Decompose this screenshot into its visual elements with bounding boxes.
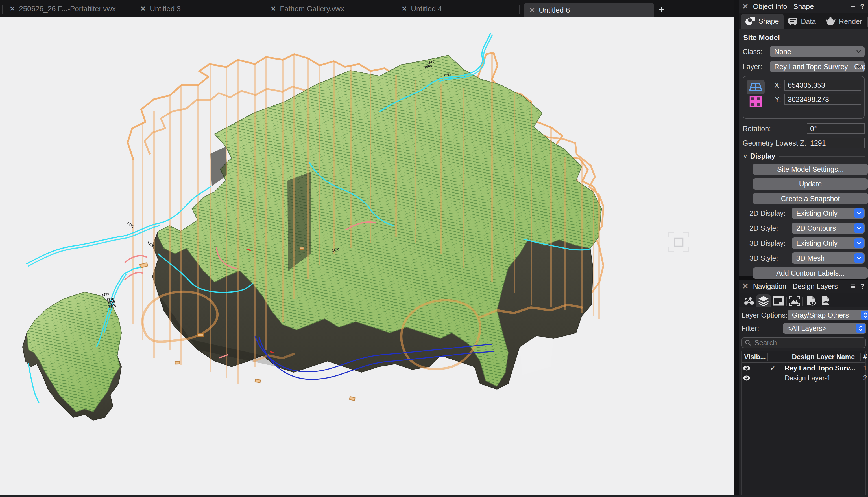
close-icon[interactable]: ✕ [529, 6, 535, 14]
grid-mode-button[interactable] [747, 95, 764, 109]
references-icon[interactable] [818, 295, 833, 308]
x-coordinate-field[interactable]: 654305.353 [784, 80, 861, 90]
saved-views-icon[interactable] [804, 295, 818, 308]
visibility-toggle[interactable] [742, 365, 751, 371]
dropdown-button[interactable] [854, 209, 864, 218]
layer-label: Layer: [743, 62, 766, 71]
geometry-lowest-z-label: Geometry Lowest Z: [743, 139, 806, 147]
class-label: Class: [743, 48, 766, 56]
tab-separator [396, 4, 396, 14]
new-tab-button[interactable]: + [659, 4, 664, 15]
plan-view-mode-button[interactable] [747, 80, 764, 95]
site-model-settings-button[interactable]: Site Model Settings... [753, 164, 868, 175]
tab-label: Render [839, 17, 862, 26]
tab-label: Untitled 4 [411, 4, 442, 13]
close-icon[interactable]: ✕ [271, 5, 276, 13]
2d-style-dropdown[interactable]: 2D Contours [792, 223, 865, 234]
2d-display-dropdown[interactable]: Existing Only [792, 208, 865, 219]
dropdown-button[interactable] [854, 253, 864, 263]
section-rule [779, 156, 865, 157]
menu-icon[interactable]: ≡ [851, 282, 856, 291]
update-button[interactable]: Update [753, 178, 868, 189]
vectorworks-window: ✕ 250626_26 F...-Portafilter.vwx ✕ Untit… [0, 0, 868, 497]
column-line [751, 363, 752, 495]
layer-row-topo-survey[interactable]: ✓ Rey Land Topo Surv... 1 [742, 363, 866, 373]
design-layers-icon[interactable] [756, 295, 771, 308]
collapse-chevron-icon: ∨ [743, 154, 747, 159]
viewports-icon[interactable] [787, 295, 802, 308]
help-icon[interactable]: ? [860, 282, 865, 291]
3d-style-label: 3D Style: [749, 254, 778, 262]
stepper-icon[interactable] [856, 324, 866, 333]
search-input[interactable]: Search [742, 337, 866, 348]
2d-display-value: Existing Only [796, 209, 838, 217]
geometry-lowest-z-field[interactable]: 1291 [807, 138, 865, 148]
create-snapshot-button[interactable]: Create a Snapshot [753, 193, 868, 204]
tab-render[interactable]: Render [822, 14, 867, 29]
close-icon[interactable]: ✕ [742, 2, 748, 11]
chevron-up-down-icon [864, 312, 867, 318]
selection-cursor [669, 232, 688, 252]
class-value: None [774, 48, 791, 56]
dropdown-button[interactable] [854, 223, 864, 233]
panel-divider[interactable] [734, 0, 739, 497]
tab-label: Shape [758, 17, 779, 25]
rotation-field[interactable]: 0° [807, 123, 865, 134]
svg-text:1375: 1375 [101, 292, 110, 297]
help-icon[interactable]: ? [860, 2, 865, 11]
tab-shape[interactable]: Shape [741, 14, 784, 29]
class-dropdown[interactable]: None [770, 46, 865, 57]
shape-icon [745, 16, 756, 26]
tab-fathom-gallery[interactable]: ✕ Fathom Gallery.vwx [268, 0, 347, 17]
x-value: 654305.353 [788, 81, 825, 89]
visibility-toggle[interactable] [742, 375, 751, 381]
data-icon [788, 17, 798, 26]
3d-display-dropdown[interactable]: Existing Only [792, 238, 865, 249]
3d-style-dropdown[interactable]: 3D Mesh [792, 253, 865, 264]
search-placeholder: Search [755, 339, 777, 347]
document-tabbar: ✕ 250626_26 F...-Portafilter.vwx ✕ Untit… [0, 0, 739, 17]
classes-icon[interactable] [742, 295, 756, 308]
tab-label: Fathom Gallery.vwx [280, 4, 344, 13]
filter-dropdown[interactable]: <All Layers> [783, 323, 866, 334]
tab-portafilter[interactable]: ✕ 250626_26 F...-Portafilter.vwx [7, 0, 119, 17]
plan-view-icon [749, 82, 762, 92]
tab-separator [867, 17, 868, 27]
close-icon[interactable]: ✕ [742, 282, 748, 291]
close-icon[interactable]: ✕ [140, 5, 146, 13]
stepper-icon[interactable] [861, 311, 868, 320]
object-type-heading: Site Model [743, 33, 865, 42]
layer-name: Rey Land Topo Surv... [785, 364, 860, 372]
close-icon[interactable]: ✕ [10, 5, 15, 13]
tab-untitled-4[interactable]: ✕ Untitled 4 [399, 0, 445, 17]
layer-options-value: Gray/Snap Others [792, 311, 849, 319]
geometry-lowest-z-value: 1291 [810, 139, 826, 147]
eye-icon [743, 365, 750, 371]
tab-label: Untitled 3 [150, 4, 181, 13]
table-header-row[interactable]: Visib... Design Layer Name # [742, 351, 866, 363]
menu-icon[interactable]: ≡ [851, 2, 856, 11]
header-layer-name: Design Layer Name [787, 353, 860, 361]
table-body: ✓ Rey Land Topo Surv... 1 Design La [742, 363, 866, 495]
tab-untitled-6-active[interactable]: ✕ Untitled 6 [524, 3, 654, 17]
tab-untitled-3[interactable]: ✕ Untitled 3 [138, 0, 183, 17]
layer-dropdown[interactable]: Rey Land Topo Survrey - Cop... [770, 61, 865, 72]
filter-label: Filter: [742, 324, 759, 332]
site-model-terrain[interactable] [152, 55, 602, 389]
sheet-layers-icon[interactable] [771, 295, 786, 308]
close-icon[interactable]: ✕ [401, 5, 407, 13]
3d-style-value: 3D Mesh [796, 254, 825, 262]
layer-options-dropdown[interactable]: Gray/Snap Others [787, 310, 868, 321]
add-contour-labels-button[interactable]: Add Contour Labels... [753, 267, 868, 279]
dropdown-button[interactable] [854, 238, 864, 248]
drawing-canvas[interactable]: 1610160516051415142014401375137013651360… [0, 17, 734, 495]
tab-label: Data [801, 17, 816, 26]
display-section-header[interactable]: ∨ Display [743, 152, 865, 160]
design-layers-table: Visib... Design Layer Name # [742, 351, 866, 495]
y-coordinate-field[interactable]: 3023498.273 [784, 94, 861, 105]
tab-separator [135, 4, 135, 14]
layer-name: Design Layer-1 [785, 374, 860, 382]
site-model-island[interactable] [23, 292, 121, 420]
layer-row-design-layer-1[interactable]: Design Layer-1 2 [742, 373, 866, 383]
tab-data[interactable]: Data [784, 14, 821, 29]
